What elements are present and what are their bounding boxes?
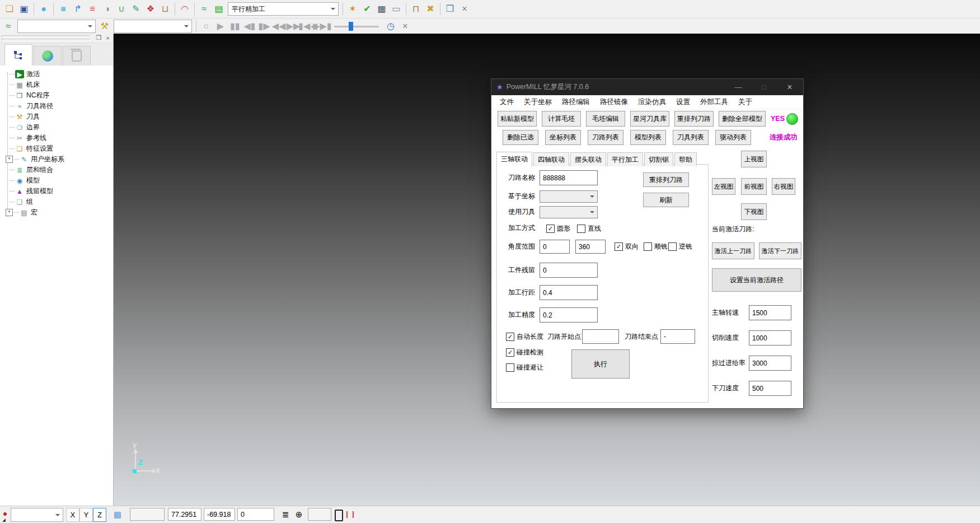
conventional-mill-checkbox[interactable]: 逆铣 [668,241,692,252]
panel-restore-icon[interactable]: ❐ [95,34,103,41]
start-point-input[interactable] [582,329,619,344]
menu-path-edit[interactable]: 路径编辑 [557,97,595,107]
tree-item-stock-model[interactable]: ▲残留模型 [3,186,113,197]
tool-star-icon[interactable]: ✶ [345,2,360,16]
maximize-button[interactable]: □ [753,79,775,95]
axis-z-button[interactable]: Z [93,508,106,522]
menu-external-tools[interactable]: 外部工具 [695,97,733,107]
expand-icon[interactable]: + [6,209,13,216]
snap-pointer-icon[interactable]: ⊕ [292,508,306,521]
spindle-speed-input[interactable]: 1500 [749,305,791,320]
plunge-feed-input[interactable]: 500 [749,381,791,396]
tool-block-icon[interactable]: ⊔ [158,2,172,16]
panel-grip[interactable]: ❐ × [0,34,113,43]
paste-new-model-button[interactable]: 粘贴新模型 [498,111,537,127]
tree-item-levels[interactable]: ≣层和组合 [3,165,113,175]
rearrange-toolpaths-button[interactable]: 重排列刀路 [674,111,714,127]
view-top-button[interactable]: 上视图 [741,151,767,167]
tool-combobox[interactable] [114,20,192,33]
sort-list-icon[interactable]: ≣ [279,508,292,521]
toolpath-arrow-icon[interactable]: ↱ [71,2,85,16]
menu-about[interactable]: 关于 [733,97,757,107]
calculator-icon[interactable]: ▦ [374,2,389,16]
close-icon[interactable]: × [457,2,472,16]
ball-tool-icon[interactable]: ◑ [100,2,114,16]
view-right-button[interactable]: 右视图 [772,178,795,195]
expand-icon[interactable]: + [6,156,13,163]
menu-settings[interactable]: 设置 [671,97,695,107]
stepover-input[interactable]: 0.4 [540,285,598,300]
tab-4axis[interactable]: 四轴联动 [533,152,569,166]
tree-item-boundary[interactable]: ❍边界 [3,122,113,133]
dialog-titlebar[interactable]: ★ PowerMILL 忆梦星河 7.0.6 — □ × [491,79,803,95]
set-active-path-button[interactable]: 设置当前激活路径 [712,268,801,292]
clock-icon[interactable]: ◷ [383,19,398,34]
save-icon[interactable]: ▣ [17,2,31,16]
block-icon[interactable]: ■ [56,2,71,16]
play-icon[interactable]: ▶ [213,19,228,34]
tab-parallel[interactable]: 平行加工 [607,152,643,166]
tolerance-status-input[interactable] [308,508,331,521]
angle-from-input[interactable]: 0 [540,240,570,254]
execute-button[interactable]: 执行 [571,349,630,379]
tab-3axis[interactable]: 三轴联动 [496,152,532,167]
angle-to-input[interactable]: 360 [575,240,606,254]
collision-avoid-checkbox[interactable]: 碰撞避让 [506,362,543,373]
menu-file[interactable]: 文件 [495,97,519,107]
end-point-input[interactable]: - [660,329,695,344]
tab-saw[interactable]: 切割锯 [644,152,673,166]
step-forward-icon[interactable]: ▮▶ [257,19,271,34]
panel-close-icon[interactable]: × [104,34,112,41]
raster-levels-icon[interactable]: ≡ [85,2,100,16]
delete-selected-button[interactable]: 删除已选 [503,130,538,145]
bulb-icon[interactable]: ○ [199,19,213,34]
tool-library-button[interactable]: 星河刀具库 [630,111,669,127]
tab-explorer-tree[interactable] [4,44,32,66]
tools-icon[interactable]: ⚒ [97,19,112,34]
axis-y-button[interactable]: Y [79,508,93,522]
grid-size-input[interactable] [130,508,165,521]
simulation-speed-slider[interactable] [334,21,379,32]
tab-tilt-head[interactable]: 摆头联动 [570,152,606,166]
collision-check-checkbox[interactable]: 碰撞检测 [506,347,543,358]
tolerance-input[interactable]: 0.2 [540,307,598,323]
toolpath-list-button[interactable]: 刀路列表 [588,130,623,145]
slider-handle[interactable] [349,22,353,31]
drive-list-button[interactable]: 驱动列表 [715,130,751,145]
rewind-icon[interactable]: ◀◀ [271,19,286,34]
view-front-button[interactable]: 前视图 [741,178,767,195]
go-end-icon[interactable]: ▶▶▮ [315,19,330,34]
tool-holder-icon[interactable]: ∪ [114,2,129,16]
machining-strategy-combobox[interactable]: 平行精加工 [228,2,339,16]
grid-toggle-icon[interactable]: ▦ [111,508,124,521]
statusbar-combobox[interactable] [11,508,63,522]
menu-path-mirror[interactable]: 路径镜像 [595,97,633,107]
tree-item-feature-set[interactable]: ❏特征设置 [3,143,113,154]
tool-check-icon[interactable]: ✔ [360,2,374,16]
stock-allowance-input[interactable]: 0 [540,263,598,278]
tree-item-tool[interactable]: ⚒刀具 [3,111,113,122]
activate-prev-toolpath-button[interactable]: 激活上一刀路 [712,242,754,259]
calc-stock-button[interactable]: 计算毛坯 [542,111,581,127]
skim-feed-input[interactable]: 3000 [749,356,791,371]
list-green-icon[interactable]: ▤ [212,2,226,16]
arc-tool-icon[interactable]: ◠ [177,2,192,16]
device-pause-icon[interactable] [335,510,343,521]
coord-list-button[interactable]: 坐标列表 [545,130,581,145]
rearrange-toolpaths-button-2[interactable]: 重排列刀路 [643,172,689,187]
toolpath-icon[interactable]: ≈ [197,2,212,16]
minimize-button[interactable]: — [727,79,749,95]
menu-coords[interactable]: 关于坐标 [519,97,557,107]
books-icon[interactable]: ❒ [443,2,457,16]
menu-render-sim[interactable]: 渲染仿真 [633,97,671,107]
cutting-feed-input[interactable]: 1000 [749,330,791,345]
pencil-edit-icon[interactable]: ✎ [129,2,143,16]
climb-mill-checkbox[interactable]: 顺铣 [644,241,668,252]
mode-circular-checkbox[interactable]: 圆形 [546,223,570,234]
tab-explorer-trash[interactable] [63,46,91,66]
tree-item-macro[interactable]: +▤宏 [3,207,113,218]
cross-arrows-icon[interactable]: ✖ [423,2,438,16]
delete-all-models-button[interactable]: 删除全部模型 [719,111,766,127]
stock-edit-button[interactable]: 毛坯编辑 [586,111,625,127]
tab-help[interactable]: 帮助 [674,152,697,166]
